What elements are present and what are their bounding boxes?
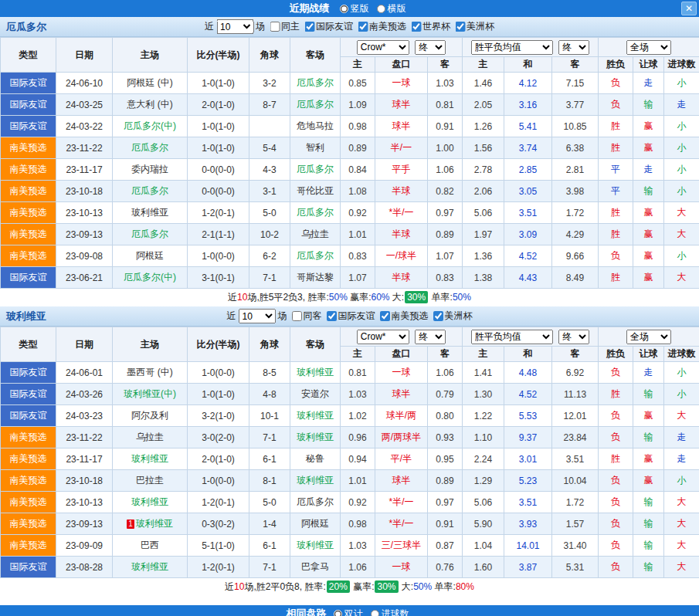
summary-segment: 单率: xyxy=(432,581,456,592)
result-goals: 小 xyxy=(664,470,699,492)
draw-odds: 4.12 xyxy=(504,73,552,94)
period-select[interactable]: 全场 xyxy=(626,40,671,55)
score: 1-2(0-1) xyxy=(188,557,249,578)
league-filter-option[interactable]: 南美预选 xyxy=(353,20,406,33)
ah-away-odds: 0.79 xyxy=(428,384,463,405)
bookmaker-select[interactable]: Crow* xyxy=(357,40,409,55)
summary-segment: 大: xyxy=(390,292,405,303)
score: 3-1(0-1) xyxy=(188,267,249,289)
draw-odds: 3.16 xyxy=(504,94,552,116)
result-handicap: 输 xyxy=(633,427,664,448)
home-team: 1玻利维亚 xyxy=(113,513,188,535)
draw-odds: 4.52 xyxy=(504,245,552,267)
home-team: 厄瓜多尔 xyxy=(113,137,188,159)
league-checkbox[interactable] xyxy=(304,22,314,32)
league-checkbox[interactable] xyxy=(411,22,421,32)
win-odds: 5.06 xyxy=(463,202,504,224)
match-count-select[interactable]: 10 xyxy=(216,19,253,34)
match-date: 23-11-17 xyxy=(56,448,113,470)
league-checkbox[interactable] xyxy=(327,311,337,321)
col-result-handicap: 让球 xyxy=(633,347,664,362)
away-team: 玻利维亚 xyxy=(290,427,341,448)
result-handicap: 赢 xyxy=(633,137,664,159)
summary-segment: 20% xyxy=(327,580,350,593)
wdl-final-select[interactable]: 终 xyxy=(558,40,589,55)
league-filter-option[interactable]: 世界杯 xyxy=(406,20,450,33)
league-checkbox[interactable] xyxy=(358,22,368,32)
score: 1-0(0-0) xyxy=(188,362,249,384)
result-goals: 大 xyxy=(664,513,699,535)
match-date: 24-03-22 xyxy=(56,116,113,137)
result-goals: 小 xyxy=(664,159,699,181)
col-away: 客场 xyxy=(290,327,341,362)
same-side-option[interactable]: 同主 xyxy=(265,20,300,33)
ah-away-odds: 0.76 xyxy=(428,557,463,578)
league-filter-option[interactable]: 国际友谊 xyxy=(300,20,353,33)
result-handicap: 输 xyxy=(633,557,664,578)
lose-odds: 31.40 xyxy=(552,535,599,557)
result-wdl: 负 xyxy=(599,94,633,116)
league-filter-option[interactable]: 美洲杯 xyxy=(450,20,494,33)
odds-final-select[interactable]: 终 xyxy=(415,40,446,55)
home-team: 玻利维亚 xyxy=(113,557,188,578)
match-date: 24-03-26 xyxy=(56,384,113,405)
section-header-band: 厄瓜多尔 近 10 场 同主 国际友谊南美预选世界杯美洲杯 xyxy=(0,17,699,37)
lose-odds: 1.72 xyxy=(552,492,599,513)
result-goals: 小 xyxy=(664,73,699,94)
league-checkbox[interactable] xyxy=(380,311,390,321)
same-side-checkbox[interactable] xyxy=(292,311,302,321)
league-filter-option[interactable]: 国际友谊 xyxy=(322,310,375,323)
double-count-radio[interactable] xyxy=(334,610,342,616)
lose-odds: 2.81 xyxy=(552,159,599,181)
ah-home-odds: 1.06 xyxy=(341,557,375,578)
corner-score: 7-1 xyxy=(249,267,290,289)
result-wdl: 胜 xyxy=(599,448,633,470)
match-count-select[interactable]: 10 xyxy=(239,309,276,323)
period-select[interactable]: 全场 xyxy=(626,330,671,344)
bookmaker-select[interactable]: Crow* xyxy=(357,330,409,344)
league-checkbox[interactable] xyxy=(455,22,465,32)
col-ah-away: 客 xyxy=(428,347,463,362)
vertical-radio[interactable] xyxy=(340,5,348,13)
goal-count-option[interactable]: 进球数 xyxy=(371,608,409,616)
result-goals: 走 xyxy=(664,448,699,470)
odds-final-select[interactable]: 终 xyxy=(415,330,446,344)
score: 2-0(1-0) xyxy=(188,94,249,116)
filter-bar: 近 10 场 同主 国际友谊南美预选世界杯美洲杯 xyxy=(205,19,494,34)
league-filter-option[interactable]: 美洲杯 xyxy=(429,310,473,323)
ah-away-odds: 1.06 xyxy=(428,362,463,384)
matches-table: 类型 日期 主场 比分(半场) 角球 客场 Crow* 终 胜平负均值 终 全场 xyxy=(0,37,699,289)
ah-handicap: 一球 xyxy=(375,73,428,94)
same-side-checkbox[interactable] xyxy=(270,22,280,32)
col-date: 日期 xyxy=(56,38,113,73)
ah-home-odds: 0.92 xyxy=(341,492,375,513)
col-type: 类型 xyxy=(1,38,56,73)
layout-vertical-option[interactable]: 竖版 xyxy=(340,2,369,15)
ah-away-odds: 1.07 xyxy=(428,245,463,267)
score: 0-3(0-2) xyxy=(188,513,249,535)
result-goals: 小 xyxy=(664,362,699,384)
ah-handicap: 半/一 xyxy=(375,137,428,159)
goal-count-radio[interactable] xyxy=(371,610,379,616)
match-row: 南美预选23-10-18厄瓜多尔0-0(0-0)3-1哥伦比亚1.08半球0.8… xyxy=(1,181,699,202)
home-team: 玻利维亚 xyxy=(113,448,188,470)
ah-away-odds: 0.95 xyxy=(428,448,463,470)
league-filter-option[interactable]: 南美预选 xyxy=(375,310,429,323)
away-team: 玻利维亚 xyxy=(290,405,341,427)
close-button[interactable]: ✕ xyxy=(681,2,697,15)
home-team: 玻利维亚 xyxy=(113,202,188,224)
wdl-mode-select[interactable]: 胜平负均值 xyxy=(471,330,553,344)
ah-handicap: 球半 xyxy=(375,94,428,116)
corner-score: 8-1 xyxy=(249,470,290,492)
wdl-mode-select[interactable]: 胜平负均值 xyxy=(471,40,553,55)
match-type-tag: 国际友谊 xyxy=(1,94,56,116)
wdl-final-select[interactable]: 终 xyxy=(558,330,589,344)
draw-odds: 3.51 xyxy=(504,492,552,513)
layout-horizontal-option[interactable]: 横版 xyxy=(377,2,406,15)
horizontal-radio[interactable] xyxy=(377,5,385,13)
league-label: 南美预选 xyxy=(392,310,429,323)
league-filters: 国际友谊南美预选美洲杯 xyxy=(322,310,473,323)
double-count-option[interactable]: 双计 xyxy=(334,608,363,616)
league-checkbox[interactable] xyxy=(433,311,443,321)
same-side-option[interactable]: 同客 xyxy=(287,310,322,323)
